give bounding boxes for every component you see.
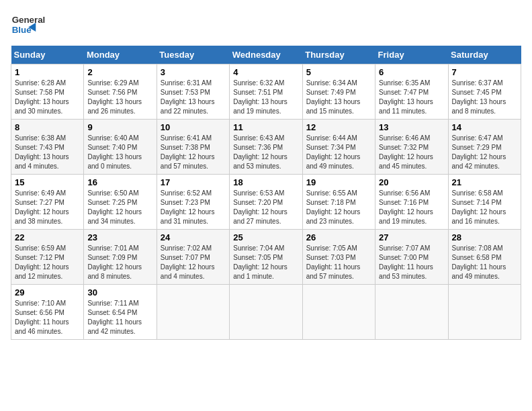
day-number: 21 — [452, 177, 517, 187]
calendar-cell: 2Sunrise: 6:29 AMSunset: 7:56 PMDaylight… — [84, 64, 157, 120]
calendar-cell: 16Sunrise: 6:50 AMSunset: 7:25 PMDayligh… — [84, 175, 157, 230]
day-detail: Sunrise: 6:29 AMSunset: 7:56 PMDaylight:… — [87, 79, 152, 116]
day-number: 30 — [87, 287, 152, 298]
day-number: 17 — [161, 177, 226, 187]
calendar-cell: 27Sunrise: 7:07 AMSunset: 7:00 PMDayligh… — [375, 230, 448, 285]
calendar-cell: 30Sunrise: 7:11 AMSunset: 6:54 PMDayligh… — [84, 285, 157, 340]
day-number: 24 — [161, 232, 226, 242]
calendar-cell: 18Sunrise: 6:53 AMSunset: 7:20 PMDayligh… — [230, 175, 302, 230]
calendar-cell: 24Sunrise: 7:02 AMSunset: 7:07 PMDayligh… — [157, 230, 229, 285]
logo: GeneralBlue — [11, 11, 58, 38]
calendar-cell: 28Sunrise: 7:08 AMSunset: 6:58 PMDayligh… — [448, 230, 521, 285]
day-detail: Sunrise: 6:47 AMSunset: 7:29 PMDaylight:… — [452, 134, 517, 171]
day-number: 27 — [379, 232, 444, 242]
calendar-cell: 1Sunrise: 6:28 AMSunset: 7:58 PMDaylight… — [11, 64, 84, 120]
day-number: 25 — [233, 232, 298, 242]
calendar-table: SundayMondayTuesdayWednesdayThursdayFrid… — [11, 46, 521, 340]
day-detail: Sunrise: 6:37 AMSunset: 7:45 PMDaylight:… — [452, 79, 517, 116]
day-detail: Sunrise: 6:56 AMSunset: 7:16 PMDaylight:… — [379, 189, 444, 226]
page-header: GeneralBlue — [11, 11, 521, 38]
calendar-cell: 29Sunrise: 7:10 AMSunset: 6:56 PMDayligh… — [11, 285, 84, 340]
calendar-cell: 25Sunrise: 7:04 AMSunset: 7:05 PMDayligh… — [230, 230, 302, 285]
calendar-cell — [448, 285, 521, 340]
day-detail: Sunrise: 7:11 AMSunset: 6:54 PMDaylight:… — [87, 299, 152, 336]
day-detail: Sunrise: 6:43 AMSunset: 7:36 PMDaylight:… — [233, 134, 298, 171]
day-detail: Sunrise: 6:31 AMSunset: 7:53 PMDaylight:… — [161, 79, 226, 116]
day-number: 15 — [15, 177, 80, 187]
calendar-cell: 4Sunrise: 6:32 AMSunset: 7:51 PMDaylight… — [230, 64, 302, 120]
calendar-cell: 17Sunrise: 6:52 AMSunset: 7:23 PMDayligh… — [157, 175, 229, 230]
day-number: 12 — [306, 122, 371, 132]
day-detail: Sunrise: 6:32 AMSunset: 7:51 PMDaylight:… — [233, 79, 298, 116]
calendar-cell: 20Sunrise: 6:56 AMSunset: 7:16 PMDayligh… — [375, 175, 448, 230]
day-number: 29 — [15, 287, 80, 298]
weekday-header: Friday — [375, 46, 448, 64]
calendar-week-row: 8Sunrise: 6:38 AMSunset: 7:43 PMDaylight… — [11, 120, 521, 175]
day-detail: Sunrise: 6:38 AMSunset: 7:43 PMDaylight:… — [15, 134, 80, 171]
day-detail: Sunrise: 6:52 AMSunset: 7:23 PMDaylight:… — [161, 189, 226, 226]
calendar-cell: 10Sunrise: 6:41 AMSunset: 7:38 PMDayligh… — [157, 120, 229, 175]
weekday-header: Sunday — [11, 46, 84, 64]
calendar-cell: 7Sunrise: 6:37 AMSunset: 7:45 PMDaylight… — [448, 64, 521, 120]
day-detail: Sunrise: 6:46 AMSunset: 7:32 PMDaylight:… — [379, 134, 444, 171]
day-number: 22 — [15, 232, 80, 242]
logo-icon: GeneralBlue — [11, 11, 58, 38]
day-number: 23 — [87, 232, 152, 242]
calendar-cell — [230, 285, 302, 340]
day-number: 2 — [87, 67, 152, 77]
day-detail: Sunrise: 7:01 AMSunset: 7:09 PMDaylight:… — [87, 244, 152, 281]
weekday-header: Wednesday — [230, 46, 302, 64]
day-number: 16 — [87, 177, 152, 187]
day-detail: Sunrise: 6:35 AMSunset: 7:47 PMDaylight:… — [379, 79, 444, 116]
weekday-header: Monday — [84, 46, 157, 64]
day-number: 7 — [452, 67, 517, 77]
day-detail: Sunrise: 7:10 AMSunset: 6:56 PMDaylight:… — [15, 299, 80, 336]
day-number: 26 — [306, 232, 371, 242]
day-number: 14 — [452, 122, 517, 132]
day-number: 6 — [379, 67, 444, 77]
calendar-cell: 3Sunrise: 6:31 AMSunset: 7:53 PMDaylight… — [157, 64, 229, 120]
day-detail: Sunrise: 6:40 AMSunset: 7:40 PMDaylight:… — [87, 134, 152, 171]
calendar-cell — [302, 285, 375, 340]
calendar-cell: 6Sunrise: 6:35 AMSunset: 7:47 PMDaylight… — [375, 64, 448, 120]
day-detail: Sunrise: 6:53 AMSunset: 7:20 PMDaylight:… — [233, 189, 298, 226]
day-number: 4 — [233, 67, 298, 77]
calendar-cell: 12Sunrise: 6:44 AMSunset: 7:34 PMDayligh… — [302, 120, 375, 175]
calendar-cell: 26Sunrise: 7:05 AMSunset: 7:03 PMDayligh… — [302, 230, 375, 285]
day-detail: Sunrise: 6:49 AMSunset: 7:27 PMDaylight:… — [15, 189, 80, 226]
day-detail: Sunrise: 6:41 AMSunset: 7:38 PMDaylight:… — [161, 134, 226, 171]
calendar-cell: 23Sunrise: 7:01 AMSunset: 7:09 PMDayligh… — [84, 230, 157, 285]
day-detail: Sunrise: 6:34 AMSunset: 7:49 PMDaylight:… — [306, 79, 371, 116]
calendar-week-row: 1Sunrise: 6:28 AMSunset: 7:58 PMDaylight… — [11, 64, 521, 120]
calendar-cell: 19Sunrise: 6:55 AMSunset: 7:18 PMDayligh… — [302, 175, 375, 230]
day-detail: Sunrise: 6:44 AMSunset: 7:34 PMDaylight:… — [306, 134, 371, 171]
day-detail: Sunrise: 7:05 AMSunset: 7:03 PMDaylight:… — [306, 244, 371, 281]
calendar-week-row: 22Sunrise: 6:59 AMSunset: 7:12 PMDayligh… — [11, 230, 521, 285]
day-number: 1 — [15, 67, 80, 77]
day-number: 5 — [306, 67, 371, 77]
day-detail: Sunrise: 7:08 AMSunset: 6:58 PMDaylight:… — [452, 244, 517, 281]
calendar-cell: 22Sunrise: 6:59 AMSunset: 7:12 PMDayligh… — [11, 230, 84, 285]
calendar-week-row: 15Sunrise: 6:49 AMSunset: 7:27 PMDayligh… — [11, 175, 521, 230]
day-number: 8 — [15, 122, 80, 132]
day-number: 28 — [452, 232, 517, 242]
day-number: 11 — [233, 122, 298, 132]
svg-text:Blue: Blue — [12, 25, 32, 35]
day-number: 3 — [161, 67, 226, 77]
weekday-header: Saturday — [448, 46, 521, 64]
weekday-header: Tuesday — [157, 46, 229, 64]
day-detail: Sunrise: 6:59 AMSunset: 7:12 PMDaylight:… — [15, 244, 80, 281]
day-detail: Sunrise: 7:02 AMSunset: 7:07 PMDaylight:… — [161, 244, 226, 281]
day-detail: Sunrise: 7:04 AMSunset: 7:05 PMDaylight:… — [233, 244, 298, 281]
calendar-cell — [375, 285, 448, 340]
day-number: 19 — [306, 177, 371, 187]
day-detail: Sunrise: 7:07 AMSunset: 7:00 PMDaylight:… — [379, 244, 444, 281]
day-number: 9 — [87, 122, 152, 132]
day-number: 13 — [379, 122, 444, 132]
weekday-header-row: SundayMondayTuesdayWednesdayThursdayFrid… — [11, 46, 521, 64]
svg-text:General: General — [12, 15, 46, 25]
day-number: 20 — [379, 177, 444, 187]
day-number: 18 — [233, 177, 298, 187]
calendar-cell: 13Sunrise: 6:46 AMSunset: 7:32 PMDayligh… — [375, 120, 448, 175]
day-number: 10 — [161, 122, 226, 132]
